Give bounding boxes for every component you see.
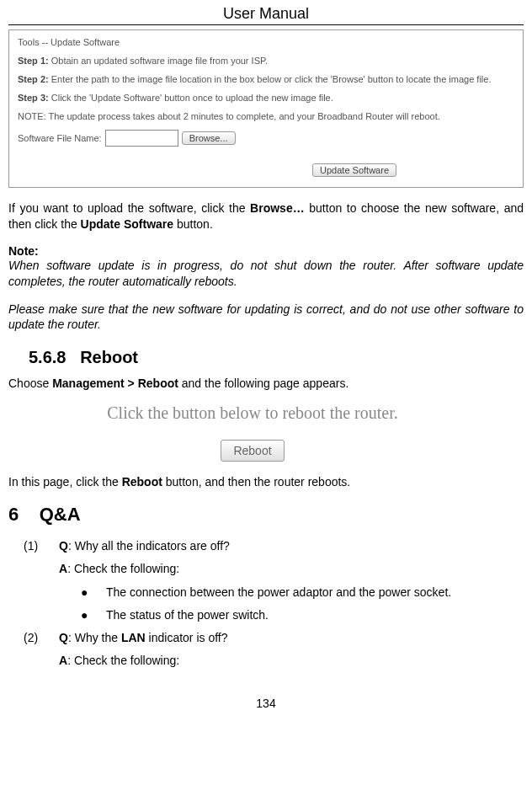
reboot-choose-text: Choose Management > Reboot and the follo… [8, 376, 524, 392]
reboot-button-wrap: Reboot [51, 440, 455, 462]
reboot-screenshot: Click the button below to reboot the rou… [51, 403, 455, 462]
section-title: Reboot [80, 348, 138, 366]
para1-e: button. [173, 217, 213, 231]
update-software-button[interactable]: Update Software [312, 163, 396, 177]
spacer [8, 558, 59, 579]
spacer [8, 650, 59, 671]
step2-text: Enter the path to the image file locatio… [49, 74, 492, 84]
file-name-input[interactable] [105, 130, 178, 147]
reboot-button[interactable]: Reboot [221, 440, 284, 462]
para2-b: Management > Reboot [52, 376, 178, 390]
bullet2-text: The status of the power switch. [106, 605, 269, 626]
update-software-screenshot: Tools -- Update Software Step 1: Obtain … [8, 29, 524, 188]
update-row: Update Software [312, 163, 396, 177]
para1-d: Update Software [81, 217, 173, 231]
a1: : Check the following: [67, 562, 179, 575]
qa-num-1: (1) [8, 536, 59, 557]
step-3: Step 3: Click the 'Update Software' butt… [18, 93, 514, 103]
q1: : Why all the indicators are off? [68, 539, 230, 553]
a2: : Check the following: [67, 654, 179, 667]
bullet-item-1: ● The connection between the power adapt… [59, 582, 524, 603]
para3-a: In this page, click the [8, 475, 122, 489]
q-label: Q [59, 539, 68, 553]
para1-a: If you want to upload the software, clic… [8, 201, 250, 215]
para2-c: and the following page appears. [178, 376, 348, 390]
a-label: A [59, 562, 67, 575]
upload-instructions: If you want to upload the software, clic… [8, 200, 524, 232]
q2b: LAN [121, 631, 146, 644]
chapter-heading-qa: 6 Q&A [8, 504, 524, 526]
para3-b: Reboot [122, 475, 162, 489]
qa-q2-text: Q: Why the LAN indicator is off? [59, 627, 524, 649]
screenshot-note: NOTE: The update process takes about 2 m… [18, 111, 514, 121]
bullet-list-1: ● The connection between the power adapt… [8, 582, 524, 626]
bullet1-text: The connection between the power adaptor… [106, 582, 451, 603]
qa-item-2-a: A: Check the following: [8, 650, 524, 671]
qa-item-1-a: A: Check the following: [8, 558, 524, 579]
qa-q1-text: Q: Why all the indicators are off? [59, 536, 524, 557]
bullet-dot-icon: ● [59, 605, 106, 626]
step2-label: Step 2: [18, 74, 49, 84]
qa-list: (1) Q: Why all the indicators are off? A… [8, 536, 524, 671]
para3-c: button, and then the router reboots. [162, 475, 350, 489]
chapter-title: Q&A [40, 504, 81, 525]
file-row: Software File Name: Browse... [18, 130, 514, 147]
qa-num-2: (2) [8, 627, 59, 649]
step1-text: Obtain an updated software image file fr… [49, 56, 268, 66]
step-2: Step 2: Enter the path to the image file… [18, 74, 514, 84]
step3-text: Click the 'Update Software' button once … [49, 93, 333, 103]
para1-b: Browse… [250, 201, 305, 215]
page-header: User Manual [8, 0, 524, 25]
chapter-number: 6 [8, 504, 19, 525]
q2c: indicator is off? [146, 631, 228, 644]
bullet-item-2: ● The status of the power switch. [59, 605, 524, 626]
qa-item-1-q: (1) Q: Why all the indicators are off? [8, 536, 524, 557]
reboot-action-text: In this page, click the Reboot button, a… [8, 474, 524, 490]
q2a: : Why the [68, 631, 121, 644]
reboot-instruction-text: Click the button below to reboot the rou… [51, 403, 455, 423]
browse-button[interactable]: Browse... [182, 131, 236, 145]
page-content: Tools -- Update Software Step 1: Obtain … [0, 29, 532, 710]
note-text-2: Please make sure that the new software f… [8, 302, 524, 334]
note-text-1: When software update is in progress, do … [8, 258, 524, 290]
qa-a2-text: A: Check the following: [59, 650, 524, 671]
q-label: Q [59, 631, 68, 644]
bullet-dot-icon: ● [59, 582, 106, 603]
page-number: 134 [8, 697, 524, 710]
qa-item-2-q: (2) Q: Why the LAN indicator is off? [8, 627, 524, 649]
file-label: Software File Name: [18, 133, 102, 143]
note-label: Note: [8, 244, 524, 258]
step-1: Step 1: Obtain an updated software image… [18, 56, 514, 66]
para2-a: Choose [8, 376, 52, 390]
section-number: 5.6.8 [29, 348, 66, 366]
qa-a1-text: A: Check the following: [59, 558, 524, 579]
step1-label: Step 1: [18, 56, 49, 66]
note-block: Note: When software update is in progres… [8, 244, 524, 334]
a-label: A [59, 654, 67, 667]
step3-label: Step 3: [18, 93, 49, 103]
screenshot-title: Tools -- Update Software [18, 37, 514, 47]
section-heading-reboot: 5.6.8 Reboot [29, 348, 524, 367]
